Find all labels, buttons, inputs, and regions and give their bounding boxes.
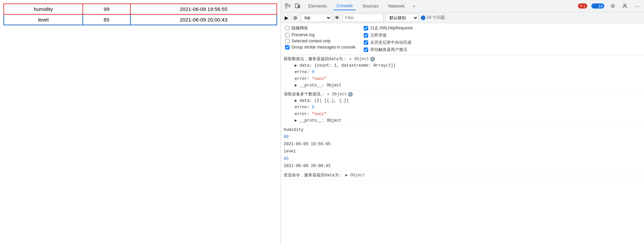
settings-bar: 隐藏网络Preserve logSelected context onlyGro… [281, 23, 644, 55]
entry-child: error: "succ" [284, 76, 641, 82]
console-entry: 发送命令，服务器返回data为： ▶ Object [281, 171, 644, 180]
device-icon[interactable] [293, 2, 301, 10]
tab-network[interactable]: Network [386, 2, 408, 10]
tab-console[interactable]: Console [334, 2, 356, 10]
settings-checkbox[interactable] [364, 47, 368, 52]
console-entry: 获取数据点，服务器返回data为： ▸ Objecti▶ data: {coun… [281, 55, 644, 90]
entry-child: ▶ data: (2) [{…}, {…}] [284, 98, 641, 104]
settings-row: 立即求值 [364, 32, 413, 38]
entry-child: ▶ __proto__: Object [284, 82, 641, 89]
console-line: 99 [284, 134, 641, 141]
settings-label: 隐藏网络 [292, 25, 308, 31]
context-select[interactable]: top [301, 14, 332, 22]
table-row: level852021-06-09 20:00:43 [4, 14, 277, 25]
console-toolbar: ▶ ⊘ top 👁 默认级别 🔵 14 个问题 [281, 12, 644, 23]
error-badge: ✕ 1 [578, 3, 587, 9]
svg-rect-6 [295, 4, 298, 8]
console-line: 85 [284, 155, 641, 163]
profile-icon[interactable] [621, 2, 629, 10]
execute-icon[interactable]: ▶ [283, 14, 290, 21]
settings-row: Group similar messages in console [285, 45, 356, 50]
block-icon[interactable]: ⊘ [292, 14, 299, 21]
filter-input[interactable] [343, 14, 384, 22]
entry-header: 读取设备多个数据流： ▸ Objecti [284, 91, 641, 98]
settings-left-col: 隐藏网络Preserve logSelected context onlyGro… [285, 25, 356, 53]
entry-header: 发送命令，服务器返回data为： ▶ Object [284, 172, 641, 179]
settings-label: 从历史记录中自动完成 [370, 40, 411, 45]
console-entry: 读取设备多个数据流： ▸ Objecti▶ data: (2) [{…}, {…… [281, 90, 644, 125]
settings-label: 日志 XMLHttpRequests [370, 25, 413, 31]
issues-count: 🔵 14 个问题 [421, 15, 445, 21]
settings-row: 隐藏网络 [285, 25, 356, 31]
data-table: humidity992021-06-09 19:56:55level852021… [3, 3, 277, 25]
entry-child: ▶ __proto__: Object [284, 118, 641, 124]
settings-row: 日志 XMLHttpRequests [364, 25, 413, 31]
settings-icon[interactable]: ⚙ [608, 2, 617, 10]
more-menu-icon[interactable]: ⋯ [633, 2, 641, 10]
entry-header: 获取数据点，服务器返回data为： ▸ Objecti [284, 56, 641, 63]
settings-checkbox[interactable] [364, 26, 368, 30]
more-tabs-btn[interactable]: » [411, 3, 416, 9]
entry-child: errno: 0 [284, 104, 641, 111]
entry-child: ▶ data: {count: 1, datastreams: Array(1)… [284, 63, 641, 69]
settings-row: 评估触发器用户激活 [364, 47, 413, 53]
info-icon: i [348, 92, 353, 97]
console-entry: humidity992021-06-09 19:56:55level852021… [281, 125, 644, 171]
settings-label: 评估触发器用户激活 [370, 47, 407, 53]
settings-row: Preserve log [285, 32, 356, 37]
entry-child: error: "succ" [284, 111, 641, 118]
svg-rect-0 [285, 4, 287, 6]
settings-label: Group similar messages in console [292, 45, 356, 50]
settings-row: Selected context only [285, 39, 356, 43]
devtools-panel: Elements Console Sources Network » ✕ 1 🔵… [281, 0, 644, 245]
tab-elements[interactable]: Elements [306, 2, 330, 10]
inspect-icon[interactable] [284, 2, 292, 10]
left-panel: humidity992021-06-09 19:56:55level852021… [0, 0, 281, 245]
entry-child: errno: 0 [284, 69, 641, 76]
console-output: 获取数据点，服务器返回data为： ▸ Objecti▶ data: {coun… [281, 55, 644, 245]
eye-icon[interactable]: 👁 [334, 14, 340, 21]
console-line: humidity [284, 126, 641, 134]
info-icon: i [370, 57, 375, 62]
object-label[interactable]: ▸ Object [327, 92, 347, 97]
level-select[interactable]: 默认级别 [386, 14, 418, 22]
settings-checkbox[interactable] [285, 26, 289, 30]
settings-right-col: 日志 XMLHttpRequests立即求值从历史记录中自动完成评估触发器用户激… [364, 25, 413, 53]
console-line: level [284, 148, 641, 155]
console-line: 2021-06-09 19:56:55 [284, 141, 641, 148]
object-label[interactable]: ▶ Object [345, 173, 365, 178]
object-label[interactable]: ▸ Object [349, 57, 369, 62]
tab-sources[interactable]: Sources [360, 2, 382, 10]
svg-point-9 [624, 4, 626, 6]
settings-row: 从历史记录中自动完成 [364, 40, 413, 45]
settings-checkbox[interactable] [364, 40, 368, 45]
devtools-topbar-left [284, 2, 301, 10]
settings-label: 立即求值 [370, 32, 387, 38]
warning-badge: 🔵 14 [591, 3, 604, 9]
settings-label: Selected context only [292, 39, 331, 43]
console-line: 2021-06-09 20:00:43 [284, 163, 641, 170]
settings-label: Preserve log [292, 32, 314, 37]
table-row: humidity992021-06-09 19:56:55 [4, 4, 277, 14]
settings-checkbox[interactable] [364, 33, 368, 38]
settings-checkbox[interactable] [285, 45, 289, 50]
settings-checkbox[interactable] [285, 33, 289, 37]
devtools-topbar: Elements Console Sources Network » ✕ 1 🔵… [281, 0, 644, 12]
settings-checkbox[interactable] [285, 39, 289, 43]
